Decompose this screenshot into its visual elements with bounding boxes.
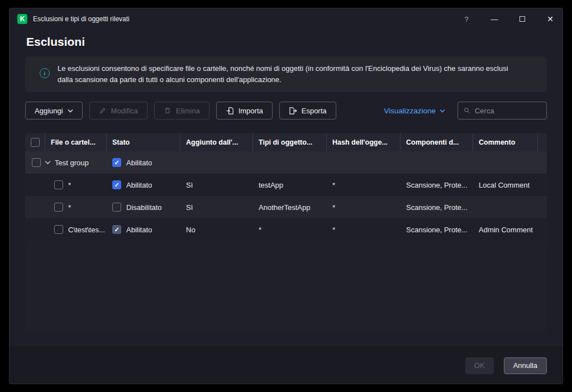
edit-button[interactable]: Modifica [89,102,147,119]
maximize-icon [519,16,525,22]
column-header-file[interactable]: File o cartel... [45,133,107,151]
export-button-label: Esporta [302,107,327,115]
info-banner: Le esclusioni consentono di specificare … [25,56,547,92]
search-icon [464,107,470,114]
file-value: C\test\tes... [68,226,105,234]
status-label: Disabilitato [126,203,162,212]
select-all-header-cell [25,133,45,151]
components-cell: Scansione, Prote... [401,226,473,234]
column-header-components[interactable]: Componenti d... [401,133,473,151]
file-cell: * [25,203,107,212]
column-header-status[interactable]: Stato [107,133,180,151]
minimize-icon: — [491,15,498,23]
minimize-button[interactable]: — [490,13,499,25]
page-title: Esclusioni [26,35,546,50]
kaspersky-logo-icon: K [17,14,27,24]
toolbar: Aggiungi Modifica Elimina Importa Esport… [25,101,547,120]
trash-icon [164,107,171,114]
column-spacer [538,133,547,151]
window-title: Esclusioni e tipi di oggetti rilevati [33,15,130,23]
window-controls: ? — ✕ [462,13,555,25]
status-checkbox[interactable] [112,225,121,234]
cancel-button[interactable]: Annulla [504,357,547,374]
table-header-row: File o cartel... Stato Aggiunto dall'...… [25,133,547,151]
file-value: * [68,181,71,189]
maximize-button[interactable] [518,13,527,25]
column-header-comment[interactable]: Commento [473,133,538,151]
status-cell: Abilitato [107,180,180,189]
add-button[interactable]: Aggiungi [25,102,83,119]
toolbar-right: Visualizzazione [384,102,547,119]
status-label: Abilitato [126,226,152,234]
pencil-icon [99,107,107,114]
import-icon [226,107,234,115]
delete-button-label: Elimina [176,107,200,115]
status-checkbox[interactable] [112,180,121,189]
table-group-row[interactable]: Test group Abilitato [25,151,547,174]
help-icon: ? [464,15,468,23]
file-cell: * [25,180,107,189]
select-all-checkbox[interactable] [31,138,40,147]
export-icon [289,107,297,115]
comment-cell: Local Comment [473,181,538,189]
import-button-label: Importa [239,107,263,115]
expand-chevron-icon[interactable] [45,160,51,165]
table-empty-area [25,241,547,331]
hash-cell: * [327,203,401,212]
chevron-down-icon [440,109,445,113]
group-status-cell: Abilitato [107,158,180,167]
added-by-cell: Sì [180,181,253,189]
object-types-cell: AnotherTestApp [253,203,327,212]
ok-button[interactable]: OK [465,357,494,374]
status-cell: Disabilitato [107,203,180,212]
components-cell: Scansione, Prote... [401,181,473,189]
table-row[interactable]: * Abilitato Sì testApp * Scansione, Prot… [25,174,547,196]
view-dropdown-label: Visualizzazione [384,107,436,115]
chevron-down-icon [68,109,73,113]
exclusions-dialog-window: K Esclusioni e tipi di oggetti rilevati … [9,8,563,384]
edit-button-label: Modifica [111,107,138,115]
comment-cell: Admin Comment [473,226,538,234]
add-button-label: Aggiungi [35,107,63,115]
column-header-added-by[interactable]: Aggiunto dall'... [180,133,253,151]
column-header-hash[interactable]: Hash dell'ogge... [327,133,401,151]
help-button[interactable]: ? [462,13,471,25]
status-label: Abilitato [126,159,152,167]
search-input[interactable] [475,107,541,115]
group-name-cell: Test group [25,158,107,167]
row-select-checkbox[interactable] [54,180,63,189]
search-box [457,102,547,119]
status-checkbox[interactable] [112,203,121,212]
table-row[interactable]: * Disabilitato Sì AnotherTestApp * Scans… [25,196,547,218]
info-banner-text: Le esclusioni consentono di specificare … [58,63,525,85]
file-cell: C\test\tes... [25,225,107,234]
file-value: * [68,203,71,212]
import-button[interactable]: Importa [216,102,273,119]
close-icon: ✕ [547,15,554,23]
object-types-cell: * [253,226,327,234]
components-cell: Scansione, Prote... [401,203,473,212]
added-by-cell: Sì [180,203,253,212]
hash-cell: * [327,181,401,189]
info-icon [40,68,50,78]
hash-cell: * [327,226,401,234]
column-header-object-types[interactable]: Tipi di oggetto... [253,133,327,151]
object-types-cell: testApp [253,181,327,189]
titlebar: K Esclusioni e tipi di oggetti rilevati … [9,8,563,30]
export-button[interactable]: Esporta [279,102,336,119]
added-by-cell: No [180,226,253,234]
exclusions-table: File o cartel... Stato Aggiunto dall'...… [25,133,547,331]
status-checkbox[interactable] [112,158,121,167]
delete-button[interactable]: Elimina [154,102,209,119]
status-cell: Abilitato [107,225,180,234]
status-label: Abilitato [126,181,152,189]
row-select-checkbox[interactable] [54,225,63,234]
row-select-checkbox[interactable] [32,158,41,167]
table-row[interactable]: C\test\tes... Abilitato No * * Scansione… [25,218,547,241]
dialog-footer: OK Annulla [9,347,563,384]
group-name: Test group [55,159,89,167]
close-button[interactable]: ✕ [546,13,555,25]
view-dropdown[interactable]: Visualizzazione [384,107,445,115]
row-select-checkbox[interactable] [54,203,63,212]
